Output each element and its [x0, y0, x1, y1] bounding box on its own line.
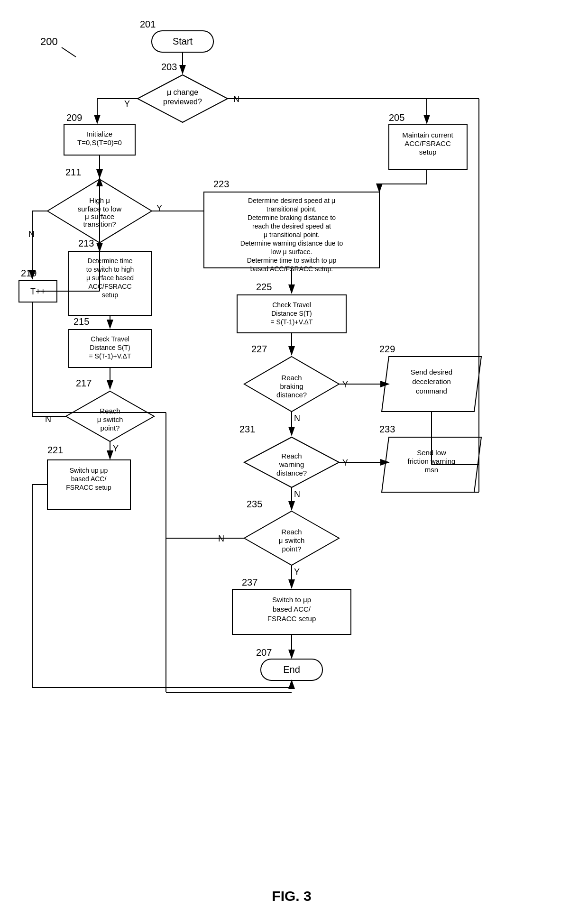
figure-label-200: 200: [40, 36, 58, 47]
svg-text:warning: warning: [279, 460, 304, 468]
svg-text:point?: point?: [282, 545, 302, 553]
svg-text:Check Travel: Check Travel: [272, 301, 311, 309]
svg-text:N: N: [294, 413, 300, 423]
svg-text:N: N: [294, 489, 300, 499]
svg-text:Reach: Reach: [100, 407, 120, 415]
svg-text:μ transitional point.: μ transitional point.: [264, 231, 320, 238]
svg-text:Distance S(T): Distance S(T): [271, 310, 312, 317]
svg-text:based ACC/: based ACC/: [273, 605, 311, 613]
svg-text:Reach: Reach: [281, 374, 302, 382]
svg-text:Y: Y: [113, 444, 119, 453]
svg-text:N: N: [28, 229, 35, 239]
fig-label: FIG. 3: [272, 888, 311, 904]
start-label: Start: [173, 36, 193, 46]
svg-text:225: 225: [256, 282, 272, 292]
svg-text:Reach: Reach: [281, 528, 302, 536]
svg-text:ACC/FSRACC: ACC/FSRACC: [88, 283, 131, 290]
svg-text:transitional point.: transitional point.: [266, 205, 317, 213]
svg-text:previewed?: previewed?: [163, 98, 202, 106]
svg-text:= S(T-1)+V.ΔT: = S(T-1)+V.ΔT: [89, 352, 131, 360]
diagram-container: 200 201 Start 203 μ change previewed? Y …: [0, 0, 588, 917]
svg-text:based ACC/: based ACC/: [71, 475, 107, 483]
svg-text:point?: point?: [101, 424, 120, 432]
svg-text:Maintain current: Maintain current: [402, 131, 453, 139]
svg-text:command: command: [416, 387, 447, 395]
svg-text:219: 219: [21, 268, 37, 278]
svg-text:Initialize: Initialize: [87, 130, 112, 138]
svg-text:Check Travel: Check Travel: [91, 335, 129, 343]
svg-text:Determine time to switch to μp: Determine time to switch to μp: [247, 257, 337, 264]
svg-text:Distance S(T): Distance S(T): [90, 344, 130, 351]
svg-text:205: 205: [389, 112, 404, 123]
svg-text:229: 229: [379, 344, 395, 354]
svg-text:203: 203: [161, 62, 177, 72]
svg-text:Determine time: Determine time: [88, 257, 133, 265]
svg-text:distance?: distance?: [276, 391, 307, 399]
svg-text:to switch to high: to switch to high: [86, 266, 134, 273]
flowchart-svg: 200 201 Start 203 μ change previewed? Y …: [0, 0, 588, 917]
svg-text:μ switch: μ switch: [279, 536, 305, 544]
svg-text:233: 233: [379, 424, 395, 434]
svg-text:setup: setup: [102, 291, 118, 299]
svg-text:braking: braking: [280, 382, 303, 390]
svg-text:213: 213: [78, 238, 94, 248]
svg-text:reach the desired speed at: reach the desired speed at: [252, 222, 331, 230]
svg-text:Switch to μp: Switch to μp: [272, 596, 311, 604]
svg-text:201: 201: [140, 19, 156, 29]
svg-text:211: 211: [65, 167, 81, 177]
svg-text:Determine desired speed at μ: Determine desired speed at μ: [248, 197, 335, 204]
svg-text:deceleration: deceleration: [412, 377, 451, 385]
svg-text:FSRACC setup: FSRACC setup: [267, 614, 316, 623]
svg-text:End: End: [283, 664, 300, 675]
svg-text:217: 217: [76, 378, 92, 388]
svg-text:= S(T-1)+V.ΔT: = S(T-1)+V.ΔT: [271, 318, 313, 326]
svg-text:μ switch: μ switch: [97, 415, 123, 423]
svg-text:low μ surface.: low μ surface.: [271, 248, 312, 256]
svg-text:μ surface based: μ surface based: [86, 274, 134, 282]
svg-text:223: 223: [213, 179, 229, 189]
svg-text:221: 221: [47, 445, 63, 455]
svg-text:207: 207: [256, 647, 272, 658]
svg-text:Determine braking distance to: Determine braking distance to: [248, 214, 336, 221]
svg-text:ACC/FSRACC: ACC/FSRACC: [404, 139, 451, 147]
svg-text:231: 231: [239, 424, 255, 434]
svg-text:237: 237: [242, 577, 257, 587]
svg-text:setup: setup: [419, 148, 437, 156]
svg-text:msn: msn: [425, 466, 438, 474]
svg-text:235: 235: [247, 499, 262, 509]
svg-text:209: 209: [66, 112, 82, 123]
svg-text:215: 215: [74, 316, 89, 327]
svg-text:Y: Y: [294, 567, 300, 577]
svg-text:Switch up μp: Switch up μp: [70, 467, 108, 474]
svg-text:distance?: distance?: [276, 469, 307, 477]
svg-text:227: 227: [251, 344, 267, 354]
svg-text:Y: Y: [124, 99, 130, 109]
svg-text:μ change: μ change: [167, 88, 198, 96]
svg-text:Reach: Reach: [281, 452, 302, 460]
svg-text:Determine warning distance due: Determine warning distance due to: [240, 239, 343, 247]
svg-text:Send desired: Send desired: [411, 368, 452, 376]
svg-text:T=0,S(T=0)=0: T=0,S(T=0)=0: [77, 138, 122, 147]
svg-text:FSRACC setup: FSRACC setup: [66, 484, 111, 491]
